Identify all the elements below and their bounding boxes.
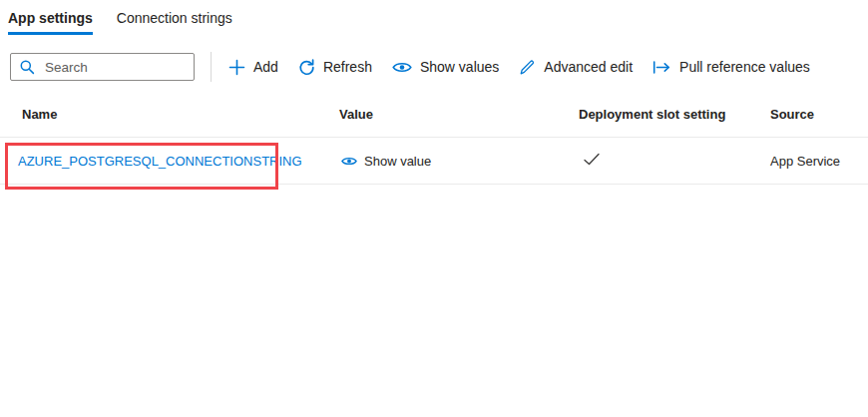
eye-icon: [341, 156, 357, 167]
show-values-button-label: Show values: [420, 59, 499, 75]
add-button-label: Add: [253, 59, 278, 75]
deployment-slot-setting-cell: [579, 153, 770, 170]
setting-name-link[interactable]: AZURE_POSTGRESQL_CONNECTIONSTRING: [18, 154, 302, 169]
column-header-source: Source: [770, 107, 868, 122]
column-header-value: Value: [339, 107, 579, 122]
command-bar: Add Refresh Show values: [0, 50, 868, 84]
app-settings-page: App settings Connection strings Add: [0, 0, 868, 417]
tab-connection-strings[interactable]: Connection strings: [117, 8, 232, 35]
search-box[interactable]: [10, 53, 195, 81]
column-header-name: Name: [0, 107, 339, 122]
pull-arrow-icon: [652, 61, 671, 74]
column-header-deployment-slot-setting: Deployment slot setting: [579, 107, 770, 122]
app-settings-table: Name Value Deployment slot setting Sourc…: [0, 101, 868, 185]
checkmark-icon: [583, 153, 601, 167]
show-values-button[interactable]: Show values: [382, 51, 509, 83]
eye-icon: [392, 61, 412, 74]
show-value-label: Show value: [364, 154, 431, 169]
refresh-button-label: Refresh: [323, 59, 372, 75]
add-button[interactable]: Add: [218, 51, 288, 83]
pull-reference-values-button[interactable]: Pull reference values: [643, 51, 820, 83]
show-value-link[interactable]: Show value: [339, 154, 579, 169]
refresh-button[interactable]: Refresh: [288, 51, 382, 83]
setting-name-cell: AZURE_POSTGRESQL_CONNECTIONSTRING: [0, 154, 339, 169]
toolbar-divider: [211, 52, 212, 82]
refresh-icon: [298, 59, 315, 76]
advanced-edit-button[interactable]: Advanced edit: [509, 51, 643, 83]
plus-icon: [228, 59, 245, 76]
pencil-icon: [519, 59, 536, 76]
advanced-edit-button-label: Advanced edit: [544, 59, 633, 75]
search-input[interactable]: [43, 59, 188, 76]
table-row: AZURE_POSTGRESQL_CONNECTIONSTRING Show v…: [0, 137, 868, 185]
search-icon: [19, 59, 35, 75]
tab-app-settings[interactable]: App settings: [8, 8, 93, 35]
table-header-row: Name Value Deployment slot setting Sourc…: [0, 101, 868, 137]
source-cell: App Service: [770, 154, 868, 169]
pull-reference-values-button-label: Pull reference values: [679, 59, 810, 75]
tab-bar: App settings Connection strings: [0, 0, 868, 35]
